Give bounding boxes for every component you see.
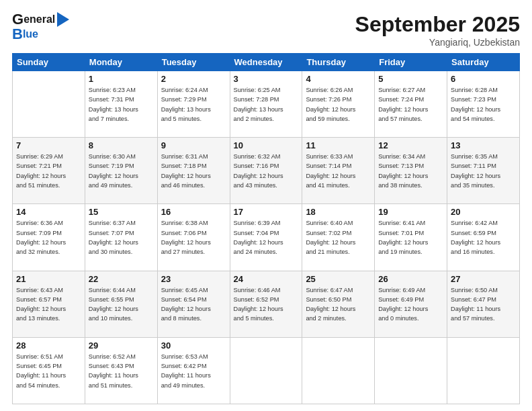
day-info: Sunrise: 6:32 AMSunset: 7:16 PMDaylight:… [234,152,299,190]
logo-blue-b: B [12,27,23,42]
calendar-cell: 5Sunrise: 6:27 AMSunset: 7:24 PMDaylight… [375,71,447,138]
day-info: Sunrise: 6:36 AMSunset: 7:09 PMDaylight:… [16,218,81,257]
day-number: 3 [234,74,299,84]
calendar-cell [447,337,520,404]
day-info: Sunrise: 6:47 AMSunset: 6:50 PMDaylight:… [306,285,371,324]
logo-general-rest: eneral [24,14,55,25]
calendar-cell: 16Sunrise: 6:38 AMSunset: 7:06 PMDayligh… [157,204,230,271]
day-info: Sunrise: 6:35 AMSunset: 7:11 PMDaylight:… [451,152,516,190]
calendar-cell [302,337,375,404]
day-info: Sunrise: 6:23 AMSunset: 7:31 PMDaylight:… [89,85,154,124]
calendar-cell: 14Sunrise: 6:36 AMSunset: 7:09 PMDayligh… [13,204,85,271]
day-info: Sunrise: 6:49 AMSunset: 6:49 PMDaylight:… [378,285,443,324]
day-info: Sunrise: 6:45 AMSunset: 6:54 PMDaylight:… [161,285,226,324]
day-info: Sunrise: 6:53 AMSunset: 6:42 PMDaylight:… [161,352,226,390]
calendar-cell: 22Sunrise: 6:44 AMSunset: 6:55 PMDayligh… [85,271,157,337]
day-number: 28 [16,340,81,351]
day-number: 8 [89,140,154,150]
calendar-cell: 17Sunrise: 6:39 AMSunset: 7:04 PMDayligh… [230,204,302,271]
day-info: Sunrise: 6:44 AMSunset: 6:55 PMDaylight:… [89,285,154,324]
day-number: 5 [378,74,443,84]
calendar-cell: 10Sunrise: 6:32 AMSunset: 7:16 PMDayligh… [230,138,302,204]
logo-blue-rest: lue [23,29,38,40]
day-number: 11 [306,140,371,150]
day-number: 10 [234,140,299,150]
calendar-cell: 1Sunrise: 6:23 AMSunset: 7:31 PMDaylight… [85,71,157,138]
calendar-cell [375,337,447,404]
day-number: 9 [161,140,226,150]
calendar-cell: 8Sunrise: 6:30 AMSunset: 7:19 PMDaylight… [85,138,157,204]
calendar-cell: 27Sunrise: 6:50 AMSunset: 6:47 PMDayligh… [447,271,520,337]
calendar-cell [13,71,85,138]
day-number: 26 [378,274,443,284]
logo-text-group: G eneral B lue [12,12,69,42]
day-info: Sunrise: 6:37 AMSunset: 7:07 PMDaylight:… [89,218,154,257]
day-info: Sunrise: 6:39 AMSunset: 7:04 PMDaylight:… [234,218,299,257]
calendar-week-3: 14Sunrise: 6:36 AMSunset: 7:09 PMDayligh… [13,204,520,271]
calendar-week-5: 28Sunrise: 6:51 AMSunset: 6:45 PMDayligh… [13,337,520,404]
month-title: September 2025 [355,12,520,37]
day-number: 15 [89,207,154,217]
calendar-cell [230,337,302,404]
day-info: Sunrise: 6:42 AMSunset: 6:59 PMDaylight:… [451,218,516,257]
day-info: Sunrise: 6:51 AMSunset: 6:45 PMDaylight:… [16,352,81,390]
day-info: Sunrise: 6:46 AMSunset: 6:52 PMDaylight:… [234,285,299,324]
day-number: 30 [161,340,226,351]
col-wednesday: Wednesday [230,54,302,71]
day-info: Sunrise: 6:31 AMSunset: 7:18 PMDaylight:… [161,152,226,190]
day-number: 20 [451,207,516,217]
calendar-cell: 2Sunrise: 6:24 AMSunset: 7:29 PMDaylight… [157,71,230,138]
calendar-week-1: 1Sunrise: 6:23 AMSunset: 7:31 PMDaylight… [13,71,520,138]
day-number: 13 [451,140,516,150]
calendar-cell: 20Sunrise: 6:42 AMSunset: 6:59 PMDayligh… [447,204,520,271]
day-number: 19 [378,207,443,217]
page: G eneral B lue September 2025 Yangiariq,… [0,0,532,411]
col-tuesday: Tuesday [157,54,230,71]
location: Yangiariq, Uzbekistan [355,37,520,48]
day-number: 16 [161,207,226,217]
day-number: 22 [89,274,154,284]
day-number: 27 [451,274,516,284]
header: G eneral B lue September 2025 Yangiariq,… [12,12,520,48]
calendar-cell: 25Sunrise: 6:47 AMSunset: 6:50 PMDayligh… [302,271,375,337]
col-thursday: Thursday [302,54,375,71]
calendar-cell: 11Sunrise: 6:33 AMSunset: 7:14 PMDayligh… [302,138,375,204]
logo: G eneral B lue [12,12,69,42]
day-info: Sunrise: 6:24 AMSunset: 7:29 PMDaylight:… [161,85,226,124]
calendar-week-4: 21Sunrise: 6:43 AMSunset: 6:57 PMDayligh… [13,271,520,337]
day-number: 2 [161,74,226,84]
day-info: Sunrise: 6:27 AMSunset: 7:24 PMDaylight:… [378,85,443,124]
calendar-cell: 21Sunrise: 6:43 AMSunset: 6:57 PMDayligh… [13,271,85,337]
day-number: 23 [161,274,226,284]
calendar-cell: 19Sunrise: 6:41 AMSunset: 7:01 PMDayligh… [375,204,447,271]
day-number: 29 [89,340,154,351]
day-info: Sunrise: 6:29 AMSunset: 7:21 PMDaylight:… [16,152,81,190]
day-number: 14 [16,207,81,217]
calendar-week-2: 7Sunrise: 6:29 AMSunset: 7:21 PMDaylight… [13,138,520,204]
calendar-cell: 6Sunrise: 6:28 AMSunset: 7:23 PMDaylight… [447,71,520,138]
calendar-cell: 18Sunrise: 6:40 AMSunset: 7:02 PMDayligh… [302,204,375,271]
calendar-cell: 28Sunrise: 6:51 AMSunset: 6:45 PMDayligh… [13,337,85,404]
day-info: Sunrise: 6:41 AMSunset: 7:01 PMDaylight:… [378,218,443,257]
calendar-cell: 26Sunrise: 6:49 AMSunset: 6:49 PMDayligh… [375,271,447,337]
calendar-cell: 30Sunrise: 6:53 AMSunset: 6:42 PMDayligh… [157,337,230,404]
calendar-cell: 9Sunrise: 6:31 AMSunset: 7:18 PMDaylight… [157,138,230,204]
day-number: 25 [306,274,371,284]
calendar-cell: 7Sunrise: 6:29 AMSunset: 7:21 PMDaylight… [13,138,85,204]
col-monday: Monday [85,54,157,71]
calendar-header-row: Sunday Monday Tuesday Wednesday Thursday… [13,54,520,71]
day-number: 4 [306,74,371,84]
col-friday: Friday [375,54,447,71]
calendar-table: Sunday Monday Tuesday Wednesday Thursday… [12,53,520,404]
day-number: 7 [16,140,81,150]
svg-marker-0 [57,12,69,27]
calendar-cell: 4Sunrise: 6:26 AMSunset: 7:26 PMDaylight… [302,71,375,138]
calendar-cell: 24Sunrise: 6:46 AMSunset: 6:52 PMDayligh… [230,271,302,337]
day-number: 24 [234,274,299,284]
calendar-cell: 15Sunrise: 6:37 AMSunset: 7:07 PMDayligh… [85,204,157,271]
calendar-cell: 3Sunrise: 6:25 AMSunset: 7:28 PMDaylight… [230,71,302,138]
col-sunday: Sunday [13,54,85,71]
day-info: Sunrise: 6:26 AMSunset: 7:26 PMDaylight:… [306,85,371,124]
calendar-cell: 13Sunrise: 6:35 AMSunset: 7:11 PMDayligh… [447,138,520,204]
day-info: Sunrise: 6:50 AMSunset: 6:47 PMDaylight:… [451,285,516,324]
